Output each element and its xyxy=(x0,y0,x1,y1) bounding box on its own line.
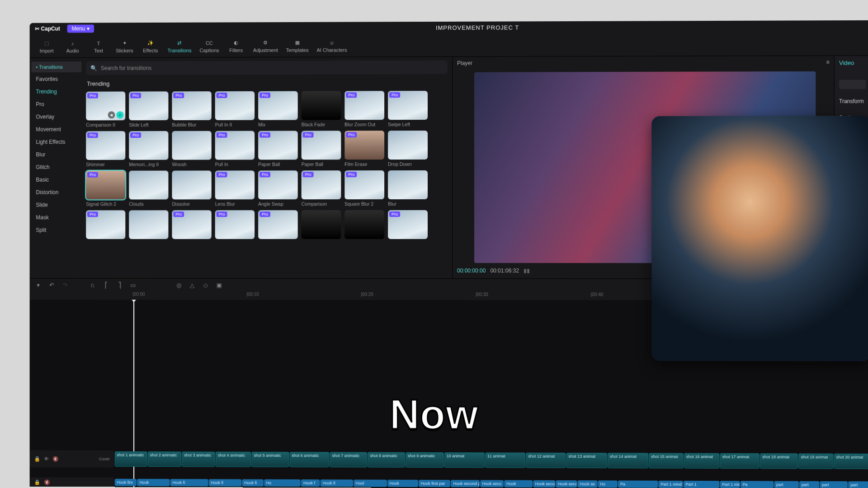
transition-thumb[interactable]: Pro xyxy=(215,210,255,241)
transition-thumb[interactable]: Clouds xyxy=(129,171,168,207)
category-trending[interactable]: Trending xyxy=(32,86,82,98)
video-clip[interactable]: shot 3 animatic xyxy=(182,451,215,467)
audio-clip[interactable]: Hook f xyxy=(301,479,320,487)
rotate-icon[interactable]: ◇ xyxy=(202,281,210,289)
transition-thumb[interactable]: Dissolve xyxy=(172,171,211,207)
audio-clip[interactable]: Hook secor xyxy=(533,480,555,488)
tool-captions[interactable]: CCCaptions xyxy=(197,37,222,55)
category-blur[interactable]: Blur xyxy=(32,149,82,160)
category-light-effects[interactable]: Light Effects xyxy=(32,136,82,148)
audio-clip[interactable]: Hook xyxy=(504,480,533,488)
category-split[interactable]: Split xyxy=(32,224,82,236)
transition-thumb[interactable] xyxy=(344,210,384,241)
video-clip[interactable]: shot 5 animatic xyxy=(251,452,289,467)
audio-track-header[interactable]: 🔒 🔇 xyxy=(30,477,115,488)
video-clip[interactable]: shot 9 animatic xyxy=(406,452,444,468)
redo-icon[interactable]: ↷ xyxy=(61,281,69,289)
transition-thumb[interactable] xyxy=(129,210,168,241)
search-input[interactable]: 🔍 Search for transitions xyxy=(86,61,448,75)
tool-ai-characters[interactable]: ☺AI Characters xyxy=(314,36,350,54)
delete-icon[interactable]: ▭ xyxy=(129,281,137,289)
video-clip[interactable]: 10 animat xyxy=(444,452,485,468)
transition-thumb[interactable]: ProPull In xyxy=(215,131,255,167)
audio-clip[interactable]: Part 1 xyxy=(684,481,719,488)
pointer-tool-icon[interactable]: ▾ xyxy=(34,281,42,289)
transition-thumb[interactable]: ProPaper Ball xyxy=(302,131,341,167)
video-track-header[interactable]: 🔒 👁 🔇 Cover xyxy=(30,450,115,467)
cover-button[interactable]: Cover xyxy=(99,457,110,461)
audio-clip[interactable]: Hook firs xyxy=(115,479,137,486)
video-clip[interactable]: shot 16 animat xyxy=(684,453,720,469)
video-clip[interactable]: shot 1 animatic xyxy=(115,451,147,467)
tool-stickers[interactable]: ✦Stickers xyxy=(113,37,137,55)
tool-filters[interactable]: ◐Filters xyxy=(224,37,248,55)
transition-thumb[interactable]: Pro xyxy=(86,210,125,241)
audio-clip[interactable]: Ho xyxy=(264,479,301,487)
undo-icon[interactable]: ↶ xyxy=(47,281,56,289)
eye-icon[interactable]: 👁 xyxy=(44,456,49,461)
video-clip[interactable]: shot 2 animatic xyxy=(147,451,181,467)
mute-icon[interactable]: 🔇 xyxy=(52,456,59,462)
transition-thumb[interactable]: ProLens Blur xyxy=(215,170,255,206)
transition-thumb[interactable]: ProShimmer xyxy=(86,131,125,167)
category-slide[interactable]: Slide xyxy=(32,199,82,211)
props-search[interactable] xyxy=(839,80,866,89)
transition-thumb[interactable]: ProFilm Erase xyxy=(344,131,384,167)
video-clip[interactable]: shot 6 animatic xyxy=(289,452,329,467)
tool-templates[interactable]: ▦Templates xyxy=(283,36,311,54)
audio-clip[interactable]: part xyxy=(820,481,848,488)
audio-clip[interactable]: Hook secor xyxy=(556,480,577,488)
transition-thumb[interactable]: ProBlur Zoom Out xyxy=(344,91,384,127)
category-movement[interactable]: Movement xyxy=(32,123,82,135)
category-basic[interactable]: Basic xyxy=(32,174,82,186)
video-clip[interactable]: 11 animat xyxy=(485,452,525,468)
transition-thumb[interactable]: ProBubble Blur xyxy=(172,91,211,127)
audio-clip[interactable]: part xyxy=(774,481,799,488)
transition-thumb[interactable]: Pro xyxy=(258,210,298,241)
audio-clip[interactable]: Hook xyxy=(137,479,170,486)
audio-clip[interactable]: Part 1 mind detox first paragraph.mp xyxy=(720,481,740,488)
video-clip[interactable]: shot 14 animat xyxy=(608,453,648,468)
audio-clip[interactable]: Hook fi xyxy=(170,479,208,486)
category--transitions[interactable]: • Transitions xyxy=(32,61,82,72)
transition-thumb[interactable]: ProPull In II xyxy=(215,91,255,127)
mirror-icon[interactable]: △ xyxy=(188,281,196,289)
tool-import[interactable]: ⬚Import xyxy=(35,37,58,55)
video-clip[interactable]: shot 15 animat xyxy=(649,453,684,468)
category-distortion[interactable]: Distortion xyxy=(32,187,82,198)
audio-clip[interactable]: Pa xyxy=(618,480,658,488)
transition-thumb[interactable]: ProSwipe Left xyxy=(388,91,428,127)
video-clip[interactable]: shot 7 animatic xyxy=(330,452,368,467)
audio-clip[interactable]: Part 1 mind detox first pa xyxy=(658,481,683,488)
transition-thumb[interactable]: ProPaper Ball xyxy=(258,131,298,167)
audio-clip[interactable]: Hool xyxy=(354,479,387,487)
transition-thumb[interactable]: ProMix xyxy=(258,91,298,127)
video-clip[interactable]: shot 17 animat xyxy=(720,453,760,469)
add-icon[interactable]: + xyxy=(116,111,123,118)
transition-thumb[interactable]: Woosh xyxy=(172,131,211,167)
player-menu-icon[interactable]: ≡ xyxy=(826,59,830,66)
audio-clip[interactable]: Hook seco xyxy=(480,480,504,487)
lock-icon[interactable]: 🔒 xyxy=(34,479,40,485)
category-glitch[interactable]: Glitch xyxy=(32,161,82,173)
transition-thumb[interactable] xyxy=(302,210,341,241)
crop-icon[interactable]: ▣ xyxy=(215,281,223,289)
transition-thumb[interactable]: Drop Down xyxy=(388,131,428,167)
audio-clip[interactable]: Pa xyxy=(740,481,774,488)
video-clip[interactable]: shot 12 animat xyxy=(526,453,566,468)
tool-audio[interactable]: ♪Audio xyxy=(61,37,84,55)
audio-clip[interactable]: Hook fi xyxy=(242,479,264,487)
audio-clip[interactable]: Hook fi xyxy=(321,479,353,487)
audio-clip[interactable]: part xyxy=(799,481,819,488)
audio-clip[interactable]: Hook first par xyxy=(419,480,451,487)
category-mask[interactable]: Mask xyxy=(32,211,82,223)
transition-thumb[interactable]: ProSlide Left xyxy=(129,91,168,127)
transition-thumb[interactable]: ProComparison xyxy=(302,170,341,206)
audio-track-body[interactable]: Hook firsHookHook fiHook fiHook fiHoHook… xyxy=(115,478,868,488)
transition-thumb[interactable]: Pro xyxy=(388,210,428,241)
split-left-icon[interactable]: ⎡ xyxy=(102,281,110,289)
split-icon[interactable]: ⎌ xyxy=(89,281,97,289)
transition-thumb[interactable]: Black Fade xyxy=(302,91,341,127)
video-clip[interactable]: shot 8 animatic xyxy=(368,452,405,468)
category-favorites[interactable]: Favorites xyxy=(32,73,82,85)
